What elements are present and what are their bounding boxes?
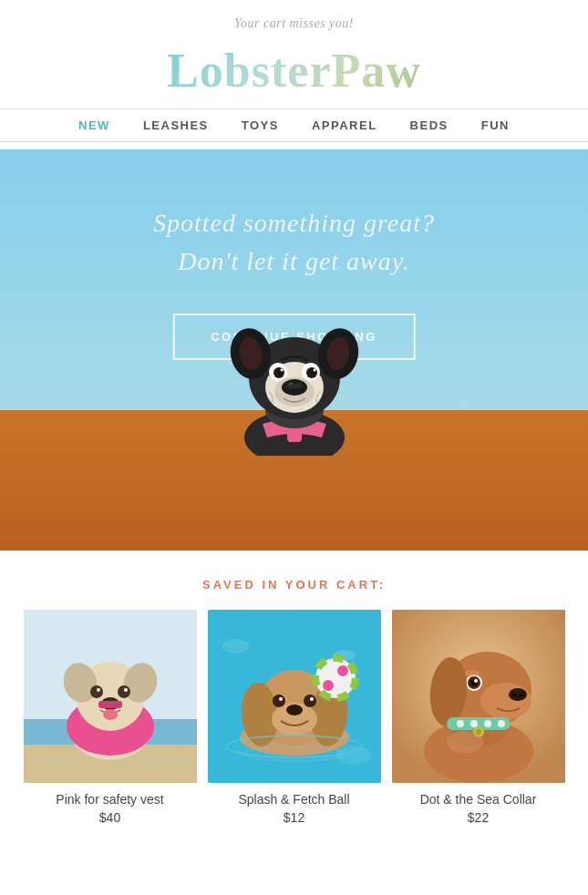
product-grid: Pink for safety vest $40 [18,610,570,825]
product-image-2 [208,610,381,783]
svg-point-78 [498,720,505,727]
svg-point-51 [279,697,283,701]
svg-rect-38 [98,701,122,708]
svg-point-33 [118,685,130,698]
svg-point-72 [465,670,480,677]
product-image-3 [392,610,565,783]
svg-point-56 [323,680,334,691]
svg-point-34 [97,688,100,692]
product-price-1: $40 [24,810,197,825]
product-image-1 [24,610,197,783]
nav-leashes[interactable]: LEASHES [143,118,209,132]
svg-point-15 [280,369,283,372]
svg-point-41 [335,746,372,765]
product-name-2: Splash & Fetch Ball [208,792,381,807]
svg-point-64 [480,683,531,719]
svg-point-21 [289,383,293,386]
nav-apparel[interactable]: APPAREL [312,118,377,132]
svg-point-50 [304,694,316,707]
product-card-1[interactable]: Pink for safety vest $40 [24,610,197,825]
svg-point-65 [509,688,527,701]
svg-point-71 [474,679,478,683]
svg-point-40 [222,639,249,653]
svg-point-20 [294,383,303,389]
svg-point-67 [519,694,524,697]
svg-point-48 [286,705,303,715]
site-logo[interactable]: LobsterPaw [167,45,421,97]
product-name-1: Pink for safety vest [24,792,197,807]
svg-point-66 [511,694,517,697]
svg-point-52 [310,697,314,701]
main-nav: NEW LEASHES TOYS APPAREL BEDS FUN [0,108,588,142]
svg-point-81 [447,731,483,753]
product-card-3[interactable]: Dot & the Sea Collar $22 [392,610,565,825]
svg-point-16 [313,369,315,372]
cart-section-title: SAVED IN YOUR CART: [18,578,570,592]
product-name-3: Dot & the Sea Collar [392,792,565,807]
nav-beds[interactable]: BEDS [410,118,449,132]
svg-point-37 [103,709,118,720]
svg-point-77 [484,720,491,727]
hero-banner: Spotted something great? Don't let it ge… [0,149,588,550]
svg-point-49 [273,694,285,707]
product-price-3: $22 [392,810,565,825]
logo-area: LobsterPaw [0,40,588,108]
nav-fun[interactable]: FUN [481,118,510,132]
svg-point-75 [457,720,464,727]
product-card-2[interactable]: Splash & Fetch Ball $12 [208,610,381,825]
svg-point-55 [337,665,348,676]
product-price-2: $12 [208,810,381,825]
svg-point-76 [470,720,478,727]
nav-new[interactable]: NEW [78,118,110,132]
nav-toys[interactable]: TOYS [242,118,279,132]
saved-cart-section: SAVED IN YOUR CART: [0,550,588,843]
svg-point-32 [90,685,103,698]
hero-dog-illustration [212,255,377,459]
svg-point-35 [124,688,128,692]
tagline: Your cart misses you! [0,0,588,40]
